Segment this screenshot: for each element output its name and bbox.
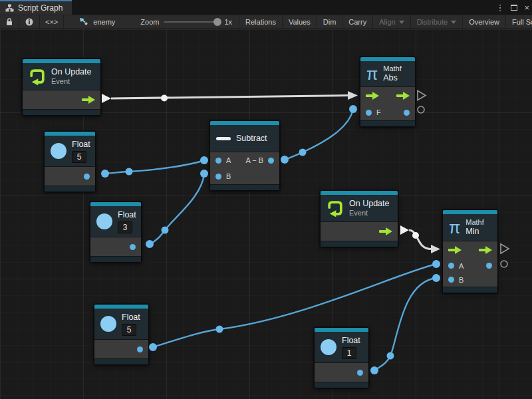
close-icon[interactable]: ×: [524, 3, 529, 13]
min-unconnected-value-marker: [501, 261, 507, 267]
value-out-port[interactable]: [137, 346, 143, 352]
code-view-button[interactable]: <×>: [40, 15, 64, 29]
abs-unconnected-flow-marker: [418, 91, 426, 100]
node-title: Min: [466, 227, 484, 237]
port-label-f: F: [376, 108, 381, 116]
inspect-button[interactable]: [19, 15, 40, 29]
menu-kebab-icon[interactable]: ⋮: [495, 3, 504, 13]
value-out-port[interactable]: [486, 263, 492, 269]
flow-out-port[interactable]: [379, 227, 392, 235]
node-title: Float: [122, 313, 140, 323]
distribute-button[interactable]: Distribute: [410, 15, 462, 29]
dim-button[interactable]: Dim: [317, 15, 342, 29]
value-in-port-b[interactable]: [215, 174, 221, 180]
graph-name-selector[interactable]: enemy: [73, 15, 122, 29]
relations-button[interactable]: Relations: [239, 15, 282, 29]
flow-out-port[interactable]: [479, 246, 492, 254]
node-on-update-1[interactable]: On Update Event: [22, 59, 101, 116]
graph-hierarchy-icon: [5, 4, 14, 12]
node-footer: [90, 256, 141, 262]
node-footer: [360, 120, 415, 126]
float-type-icon: [100, 316, 116, 332]
node-float-1[interactable]: Float 1: [314, 327, 369, 388]
lock-button[interactable]: [0, 15, 19, 29]
subtract-icon: [216, 137, 231, 140]
wire-float5bottom-to-min-a[interactable]: [149, 260, 440, 351]
value-in-port-b[interactable]: [448, 277, 454, 283]
zoom-slider[interactable]: [164, 21, 219, 23]
wire-float3-to-subtract-b[interactable]: [146, 170, 208, 248]
node-float-3[interactable]: Float 3: [90, 201, 142, 263]
float-value-input[interactable]: 5: [122, 324, 136, 336]
min-unconnected-flow-marker: [501, 244, 509, 253]
node-footer: [210, 184, 279, 190]
node-footer: [45, 186, 95, 192]
zoom-slider-handle[interactable]: [213, 18, 221, 26]
script-graph-window: Script Graph ⋮ × <×>: [0, 0, 532, 399]
float-value-input[interactable]: 3: [118, 221, 132, 233]
value-out-port[interactable]: [268, 158, 274, 164]
loop-event-icon: [327, 200, 344, 217]
abs-unconnected-value-marker: [418, 106, 424, 113]
full-screen-button[interactable]: Full Screen: [505, 15, 532, 29]
value-out-port[interactable]: [404, 110, 410, 116]
node-mathf-abs[interactable]: π Mathf Abs F: [360, 57, 416, 127]
mathf-pi-icon: π: [449, 219, 460, 235]
value-out-port[interactable]: [357, 370, 363, 376]
value-in-port-f[interactable]: [366, 110, 372, 116]
node-mathf-min[interactable]: π Mathf Min A: [442, 209, 498, 293]
graph-toolbar: <×> enemy Zoom 1x Relations Values Dim C…: [0, 15, 532, 29]
value-out-port[interactable]: [84, 174, 90, 180]
tab-script-graph[interactable]: Script Graph: [0, 0, 72, 15]
window-controls: ⋮ ×: [495, 0, 529, 15]
port-label-a: A: [226, 156, 231, 164]
float-type-icon: [51, 143, 66, 159]
node-category: Mathf: [466, 218, 484, 227]
flow-in-port[interactable]: [448, 246, 462, 254]
chevron-down-icon: [399, 21, 404, 24]
port-label-b: B: [459, 276, 464, 284]
node-subtract[interactable]: Subtract A A − B B: [209, 120, 280, 191]
value-in-port-a[interactable]: [215, 158, 221, 164]
loop-event-icon: [29, 68, 46, 85]
graph-pointer-icon: [80, 18, 90, 27]
mathf-pi-icon: π: [366, 66, 378, 82]
float-type-icon: [321, 339, 336, 355]
node-title: Float: [118, 210, 136, 220]
wire-float1-to-min-b[interactable]: [370, 274, 440, 374]
node-title: Abs: [383, 73, 402, 83]
values-button[interactable]: Values: [282, 15, 317, 29]
maximize-icon[interactable]: [511, 5, 517, 11]
node-footer: [443, 287, 497, 293]
node-footer: [94, 358, 148, 364]
overview-button[interactable]: Overview: [462, 15, 505, 29]
flow-out-port[interactable]: [82, 96, 95, 104]
float-value-input[interactable]: 1: [342, 347, 356, 359]
zoom-label: Zoom: [140, 18, 159, 26]
wire-subtract-to-abs-f[interactable]: [281, 105, 357, 164]
float-value-input[interactable]: 5: [72, 151, 86, 163]
carry-button[interactable]: Carry: [342, 15, 372, 29]
wire-onupdate1-to-abs[interactable]: [102, 91, 358, 103]
info-icon: [25, 18, 33, 26]
wire-onupdate2-to-min[interactable]: [400, 225, 440, 253]
align-button[interactable]: Align: [372, 15, 410, 29]
port-label-out: A − B: [245, 156, 263, 164]
node-float-5-top[interactable]: Float 5: [44, 131, 96, 192]
node-title: Subtract: [236, 134, 267, 144]
graph-canvas[interactable]: On Update Event Float 5: [0, 29, 532, 399]
flow-out-port[interactable]: [396, 92, 410, 100]
wire-float5top-to-subtract-a[interactable]: [101, 156, 208, 178]
node-on-update-2[interactable]: On Update Event: [320, 190, 398, 247]
node-title: On Update: [349, 199, 389, 209]
zoom-control: Zoom 1x: [134, 15, 239, 29]
value-in-port-a[interactable]: [448, 263, 454, 269]
flow-in-port[interactable]: [366, 92, 379, 100]
node-float-5-bottom[interactable]: Float 5: [94, 304, 149, 365]
code-icon: <×>: [45, 18, 58, 26]
node-title: On Update: [51, 67, 91, 77]
graph-name-label: enemy: [93, 18, 115, 26]
value-out-port[interactable]: [130, 244, 136, 250]
float-type-icon: [96, 213, 112, 229]
lock-icon: [6, 18, 13, 26]
